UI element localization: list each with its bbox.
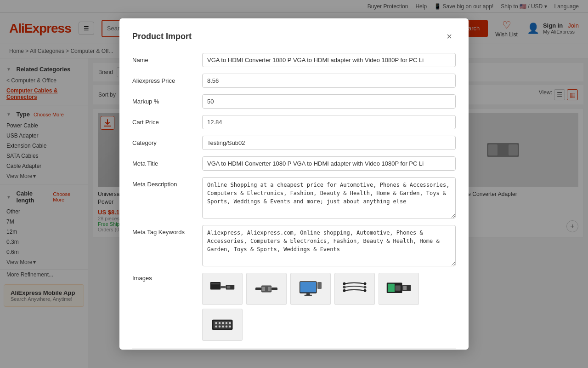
cart-price-row: Cart Price — [132, 115, 456, 129]
svg-rect-17 — [271, 288, 277, 290]
product-thumbnail[interactable] — [246, 273, 287, 305]
svg-rect-32 — [388, 284, 395, 292]
svg-rect-14 — [227, 286, 231, 288]
svg-point-28 — [364, 282, 367, 285]
images-grid — [202, 273, 456, 341]
product-thumbnail[interactable] — [334, 273, 375, 305]
aliexpress-price-label: Aliexpress Price — [132, 74, 197, 84]
svg-rect-19 — [268, 287, 271, 291]
modal-close-button[interactable]: × — [443, 29, 456, 44]
svg-point-43 — [215, 326, 217, 328]
svg-point-42 — [229, 322, 231, 324]
meta-tag-row: Meta Tag Keywords Aliexpress, Aliexpress… — [132, 225, 456, 266]
modal-overlay[interactable]: Product Import × Name Aliexpress Price M… — [0, 0, 588, 368]
images-row: Images — [132, 273, 456, 341]
meta-title-input[interactable] — [202, 156, 456, 171]
svg-point-38 — [215, 322, 217, 324]
svg-rect-33 — [396, 286, 401, 291]
svg-rect-11 — [211, 283, 220, 284]
product-thumbnail[interactable] — [202, 273, 243, 305]
svg-rect-21 — [300, 282, 317, 293]
svg-point-44 — [219, 326, 221, 328]
name-input[interactable] — [202, 53, 456, 67]
category-row: Category — [132, 136, 456, 150]
images-label: Images — [132, 273, 197, 282]
svg-point-47 — [229, 326, 231, 328]
svg-rect-16 — [255, 288, 261, 290]
meta-description-row: Meta Description Online Shopping at a ch… — [132, 177, 456, 218]
svg-point-26 — [343, 286, 346, 288]
svg-rect-18 — [262, 287, 265, 291]
aliexpress-price-row: Aliexpress Price — [132, 74, 456, 88]
name-label: Name — [132, 53, 197, 63]
markup-input[interactable] — [202, 94, 456, 109]
markup-label: Markup % — [132, 94, 197, 105]
product-import-modal: Product Import × Name Aliexpress Price M… — [119, 18, 469, 350]
svg-point-45 — [222, 326, 224, 328]
cart-price-label: Cart Price — [132, 115, 197, 126]
meta-description-textarea[interactable]: Online Shopping at a cheapest price for … — [202, 177, 456, 218]
meta-tag-textarea[interactable]: Aliexpress, Aliexpress.com, Online shopp… — [202, 225, 456, 266]
markup-row: Markup % — [132, 94, 456, 109]
category-input[interactable] — [202, 136, 456, 150]
svg-point-30 — [364, 289, 367, 292]
product-thumbnail[interactable] — [290, 273, 331, 305]
svg-point-39 — [219, 322, 221, 324]
svg-rect-35 — [403, 286, 407, 290]
modal-footer: Cancel Submit — [132, 348, 456, 350]
name-row: Name — [132, 53, 456, 67]
svg-point-27 — [343, 289, 346, 292]
product-thumbnail[interactable] — [379, 273, 419, 305]
svg-point-41 — [226, 322, 228, 324]
svg-point-46 — [226, 326, 228, 328]
svg-point-29 — [364, 286, 367, 288]
meta-tag-label: Meta Tag Keywords — [132, 225, 197, 236]
modal-header: Product Import × — [132, 29, 456, 44]
meta-title-row: Meta Title — [132, 156, 456, 171]
svg-rect-24 — [317, 282, 322, 289]
meta-title-label: Meta Title — [132, 156, 197, 167]
cart-price-input[interactable] — [202, 115, 456, 129]
meta-description-label: Meta Description — [132, 177, 197, 188]
svg-point-25 — [343, 282, 346, 285]
category-label: Category — [132, 136, 197, 146]
svg-rect-12 — [220, 286, 226, 288]
svg-rect-23 — [305, 295, 312, 296]
aliexpress-price-input[interactable] — [202, 74, 456, 88]
product-thumbnail[interactable] — [202, 309, 243, 341]
modal-title: Product Import — [132, 32, 192, 41]
svg-point-40 — [222, 322, 224, 324]
